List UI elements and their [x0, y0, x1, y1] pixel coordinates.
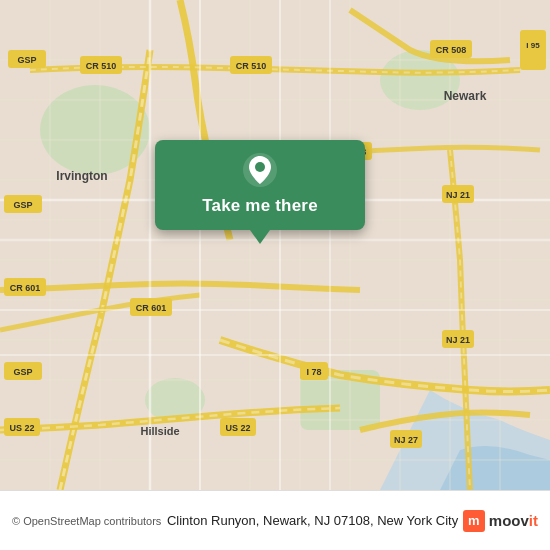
map-svg: GSP GSP GSP CR 510 CR 510 CR 508 CR 603 … [0, 0, 550, 490]
svg-text:Irvington: Irvington [56, 169, 107, 183]
svg-text:CR 510: CR 510 [236, 61, 267, 71]
svg-text:CR 601: CR 601 [10, 283, 41, 293]
svg-text:Hillside: Hillside [140, 425, 179, 437]
svg-text:CR 510: CR 510 [86, 61, 117, 71]
map-container[interactable]: GSP GSP GSP CR 510 CR 510 CR 508 CR 603 … [0, 0, 550, 490]
svg-rect-56 [520, 30, 546, 70]
moovit-logo: m moovit [463, 510, 538, 532]
action-label: Take me there [202, 196, 318, 216]
svg-text:NJ 21: NJ 21 [446, 335, 470, 345]
copyright-text: © OpenStreetMap contributors [12, 515, 162, 527]
moovit-m-icon: m [463, 510, 485, 532]
svg-text:I 95: I 95 [526, 41, 540, 50]
bottom-bar: © OpenStreetMap contributors Clinton Run… [0, 490, 550, 550]
svg-text:Newark: Newark [444, 89, 487, 103]
svg-point-62 [255, 162, 265, 172]
svg-text:US 22: US 22 [9, 423, 34, 433]
svg-text:CR 601: CR 601 [136, 303, 167, 313]
svg-text:GSP: GSP [13, 200, 32, 210]
action-card[interactable]: Take me there [155, 140, 365, 230]
svg-text:NJ 27: NJ 27 [394, 435, 418, 445]
svg-text:GSP: GSP [17, 55, 36, 65]
svg-text:US 22: US 22 [225, 423, 250, 433]
location-pin-icon [242, 152, 278, 188]
moovit-wordmark: moovit [489, 512, 538, 529]
svg-text:CR 508: CR 508 [436, 45, 467, 55]
svg-text:NJ 21: NJ 21 [446, 190, 470, 200]
location-text: Clinton Runyon, Newark, NJ 07108, New Yo… [162, 513, 463, 528]
svg-text:GSP: GSP [13, 367, 32, 377]
svg-text:I 78: I 78 [306, 367, 321, 377]
